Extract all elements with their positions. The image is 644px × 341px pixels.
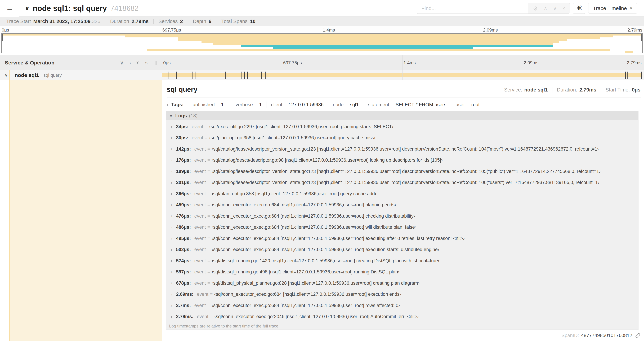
collapse-all-icon[interactable]: » [135,61,141,64]
chevron-down-icon: ∨ [170,113,172,118]
minimap-scrubber-left[interactable] [2,34,3,41]
find-prev-icon[interactable]: ∧ [544,5,548,12]
equals-sign: = [391,102,394,107]
equals-sign: = [345,102,348,107]
logs-header[interactable]: ∨ Logs (18) [166,111,638,120]
span-log-tick [186,72,187,79]
service-color-accent [9,70,10,80]
trace-title-group: ∨ node sql1: sql query 7418682 [24,0,139,17]
log-entry[interactable]: › 80μs: event = ‹sql/plan_opt.go:358 [ns… [166,132,638,144]
log-entry[interactable]: › 189μs: event = ‹sql/catalog/lease/desc… [166,166,638,177]
log-entry[interactable]: › 597μs: event = ‹sql/distsql_running.go… [166,266,638,278]
log-entry[interactable]: › 2.79ms: event = ‹sql/conn_executor_exe… [166,311,638,322]
tag-value: 1 [221,102,224,107]
log-entry[interactable]: › 495μs: event = ‹sql/conn_executor_exec… [166,233,638,244]
log-entry[interactable]: › 366μs: event = ‹sql/plan_opt.go:358 [n… [166,188,638,199]
log-entry[interactable]: › 176μs: event = ‹sql/catalog/descs/desc… [166,155,638,166]
tags-accordion[interactable]: › Tags: _unfinished = 1 _verbose = 1 [167,100,484,110]
trace-stat-value: 6 [208,19,212,24]
chevron-down-icon[interactable]: ∨ [4,72,8,78]
equals-sign: = [208,269,210,275]
log-entry[interactable]: › 2.69ms: event = ‹sql/conn_executor_exe… [166,289,638,300]
trace-view-label: Trace Timeline [593,5,627,11]
header-controls: ∧ ∨ × ⌘ Trace Timeline ∨ [417,3,637,14]
log-entry[interactable]: › 459μs: event = ‹sql/conn_executor_exec… [166,199,638,211]
minimap-span-bar [125,36,613,38]
logs-count: (18) [189,113,198,119]
equals-sign: = [208,146,210,152]
chevron-right-icon: › [171,180,176,185]
log-timestamp: 189μs: [176,169,191,174]
tag: _unfinished = 1 [186,102,228,108]
chevron-down-icon[interactable]: ∨ [24,5,30,12]
log-entry[interactable]: › 201μs: event = ‹sql/catalog/lease/desc… [166,177,638,188]
span-log-tick [168,72,168,79]
chevron-right-icon: › [171,281,176,285]
collapse-one-icon[interactable]: ∨ [120,60,124,66]
log-field-value: ‹sql/distsql_physical_planner.go:828 [ns… [212,280,420,286]
span-log-tick [192,72,193,79]
log-entry[interactable]: › 34μs: event = ‹sql/exec_util.go:2297 [… [166,121,638,132]
tag-key: _verbose [233,102,253,107]
trace-view-dropdown[interactable]: Trace Timeline ∨ [588,3,637,14]
log-entry[interactable]: › 2.7ms: event = ‹sql/conn_executor_exec… [166,300,638,311]
span-row[interactable]: ∨ node sql1 sql query [0,70,644,80]
trace-minimap[interactable] [2,33,642,53]
equals-sign: = [208,225,210,230]
expand-one-icon[interactable]: › [129,60,131,66]
back-button[interactable]: ← [0,0,19,17]
log-entry[interactable]: › 486μs: event = ‹sql/conn_executor_exec… [166,222,638,233]
tag-value: root [471,102,480,107]
divider [167,98,641,98]
equals-sign: = [208,280,210,286]
locate-icon[interactable] [532,6,538,11]
chevron-right-icon: › [171,292,176,297]
log-entry[interactable]: › 574μs: event = ‹sql/distsql_running.go… [166,255,638,266]
column-resize-handle[interactable] [155,61,156,65]
chevron-right-icon: › [171,147,176,151]
log-entry[interactable]: › 502μs: event = ‹sql/conn_executor_exec… [166,244,638,255]
keyboard-shortcuts-button[interactable]: ⌘ [573,3,585,14]
equals-sign: = [208,191,210,196]
ruler-tick-label: 0μs [163,60,170,66]
equals-sign: = [254,102,257,107]
log-field-key: event [194,146,206,152]
minimap-scrubber-right[interactable] [641,34,642,41]
log-field-value: ‹sql/exec_util.go:2297 [nsql1,client=127… [209,124,394,129]
trace-stat: Depth 6 [188,19,216,24]
link-icon[interactable] [635,333,640,338]
span-log-tick [195,72,196,79]
expand-all-icon[interactable]: » [145,60,148,66]
find-clear-icon[interactable]: × [562,5,566,11]
tag-value: 127.0.0.1:59936 [288,102,324,107]
log-entry[interactable]: › 678μs: event = ‹sql/distsql_physical_p… [166,278,638,289]
log-entry[interactable]: › 142μs: event = ‹sql/catalog/lease/desc… [166,143,638,155]
equals-sign: = [284,102,287,107]
service-operation-header: Service & Operation ∨ › » » [0,55,162,70]
chevron-right-icon: › [171,158,176,163]
log-field-key: event [194,303,206,308]
log-entry[interactable]: › 476μs: event = ‹sql/conn_executor_exec… [166,210,638,222]
log-field-key: event [194,280,206,286]
log-field-value: ‹sql/plan_opt.go:358 [nsql1,client=127.0… [209,135,376,141]
duration-label: Duration: [557,87,577,93]
minimap-span-bar [202,41,559,43]
equals-sign: = [208,303,210,308]
equals-sign: = [210,314,213,319]
log-field-value: ‹sql/conn_executor_exec.go:684 [nsql1,cl… [212,303,400,308]
chevron-right-icon: › [171,214,176,218]
find-next-icon[interactable]: ∨ [553,5,557,12]
log-timestamp: 486μs: [176,225,191,230]
trace-stat-label: Total Spans [221,19,248,24]
find-input[interactable] [417,3,528,14]
ruler-tick-label: 1.4ms [404,60,416,66]
logs-list: › 34μs: event = ‹sql/exec_util.go:2297 [… [166,120,638,322]
divider [552,87,552,93]
minimap-span-bar [273,47,473,49]
ruler-tick-label: 2.79ms [627,60,642,66]
log-field-key: event [194,213,206,219]
minimap-span-bar [213,43,552,45]
log-timestamp: 176μs: [176,158,191,163]
span-log-tick [279,72,280,79]
trace-stat-label: Services [158,19,178,24]
